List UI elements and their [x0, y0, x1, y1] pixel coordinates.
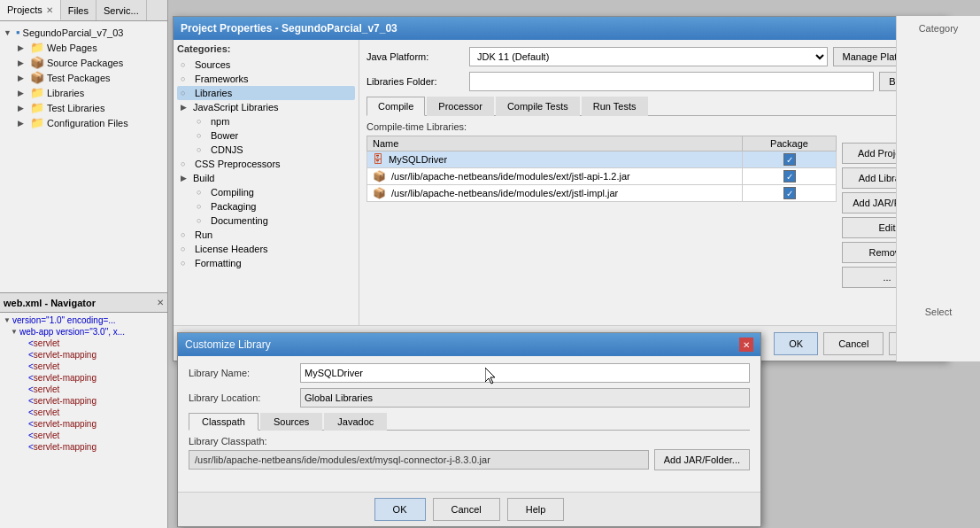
cat-npm[interactable]: ○ npm — [177, 114, 355, 128]
classpath-section-label: Library Classpath: — [189, 436, 750, 446]
lib-name: MySQLDriver — [389, 154, 447, 165]
table-row[interactable]: 🗄 MySQLDriver ✓ — [367, 151, 837, 168]
nav-arrow: ▼ — [4, 316, 12, 324]
nav-servlet-1[interactable]: <servlet — [2, 338, 166, 349]
cat-css-label: CSS Preprocessors — [195, 159, 281, 169]
cust-ok-button[interactable]: OK — [374, 498, 426, 521]
cust-cancel-button[interactable]: Cancel — [433, 498, 500, 521]
java-platform-row: Java Platform: JDK 11 (Default) Manage P… — [367, 47, 939, 66]
tree-test-libs[interactable]: ▶ 📁 Test Libraries — [0, 100, 167, 115]
cat-documenting[interactable]: ○ Documenting — [177, 214, 355, 228]
libs-folder-icon: 📁 — [30, 86, 44, 99]
table-row[interactable]: 📦 /usr/lib/apache-netbeans/ide/modules/e… — [367, 185, 837, 202]
tab-compile[interactable]: Compile — [367, 97, 425, 116]
pkg-icon: 📦 — [30, 56, 44, 69]
cust-tab-classpath[interactable]: Classpath — [189, 413, 259, 431]
checkbox-1[interactable]: ✓ — [783, 153, 796, 166]
nav-servlet-3[interactable]: <servlet — [2, 384, 166, 395]
navigator-panel: web.xml - Navigator ✕ ▼ version="1.0" en… — [0, 292, 168, 528]
cat-run[interactable]: ○ Run — [177, 228, 355, 242]
cat-css-prep[interactable]: ○ CSS Preprocessors — [177, 157, 355, 171]
cust-add-jar-button[interactable]: Add JAR/Folder... — [654, 449, 750, 470]
tree-arrow-test: ▶ — [18, 74, 30, 82]
cat-license[interactable]: ○ License Headers — [177, 242, 355, 256]
tree-arrow-root: ▼ — [4, 28, 16, 37]
cat-compiling[interactable]: ○ Compiling — [177, 185, 355, 199]
cat-js-libs[interactable]: ▶ JavaScript Libraries — [177, 100, 355, 114]
cat-bower-label: Bower — [211, 130, 238, 141]
lib-name-cell: 🗄 MySQLDriver — [367, 151, 743, 168]
cust-help-button[interactable]: Help — [507, 498, 565, 521]
project-name-label: SegundoParcial_v7_03 — [23, 27, 124, 38]
cancel-button[interactable]: Cancel — [823, 332, 884, 355]
tree-arrow-testlibs: ▶ — [18, 104, 30, 113]
cat-formatting[interactable]: ○ Formatting — [177, 256, 355, 270]
navigator-close[interactable]: ✕ — [157, 298, 164, 307]
customize-library-dialog: Customize Library ✕ Library Name: Librar… — [177, 332, 761, 527]
nav-servlet-5[interactable]: <servlet — [2, 430, 166, 441]
categories-label: Categories: — [177, 43, 355, 54]
lib-path-cell-3: 📦 /usr/lib/apache-netbeans/ide/modules/e… — [367, 185, 743, 202]
nav-xml-decl[interactable]: ▼ version="1.0" encoding=... — [2, 314, 166, 326]
tree-project-root[interactable]: ▼ ▪ SegundoParcial_v7_03 — [0, 25, 167, 40]
cat-bower[interactable]: ○ Bower — [177, 128, 355, 143]
tree-source-packages[interactable]: ▶ 📦 Source Packages — [0, 55, 167, 70]
nav-web-app[interactable]: ▼ web-app version="3.0", x... — [2, 326, 166, 338]
tab-services[interactable]: Servic... — [96, 0, 147, 20]
tab-projects[interactable]: Projects ✕ — [0, 0, 61, 20]
ok-button[interactable]: OK — [774, 332, 818, 355]
dialog-title: Project Properties - SegundoParcial_v7_0… — [181, 22, 397, 35]
tree-web-pages[interactable]: ▶ 📁 Web Pages — [0, 40, 167, 55]
lib-path-2: /usr/lib/apache-netbeans/ide/modules/ext… — [391, 171, 630, 182]
cust-tab-sources[interactable]: Sources — [260, 413, 322, 431]
tree-config-files[interactable]: ▶ 📁 Configuration Files — [0, 115, 167, 130]
main-tab-bar: Projects ✕ Files Servic... — [0, 0, 167, 21]
cat-license-label: License Headers — [195, 244, 268, 254]
customize-close-button[interactable]: ✕ — [739, 338, 753, 352]
tab-projects-label: Projects — [7, 4, 42, 15]
table-row[interactable]: 📦 /usr/lib/apache-netbeans/ide/modules/e… — [367, 168, 837, 185]
tab-compile-tests[interactable]: Compile Tests — [496, 97, 580, 116]
libraries-table: Name Package 🗄 MySQLDriver — [367, 136, 837, 202]
cat-frameworks[interactable]: ○ Frameworks — [177, 72, 355, 86]
tab-files-label: Files — [68, 5, 89, 16]
cat-bullet-pkg: ○ — [197, 202, 211, 211]
cat-packaging[interactable]: ○ Packaging — [177, 199, 355, 214]
project-icon: ▪ — [16, 26, 20, 39]
nav-servlet-4[interactable]: <servlet — [2, 407, 166, 418]
cat-sources[interactable]: ○ Sources — [177, 58, 355, 72]
libraries-folder-row: Libraries Folder: Browse... — [367, 72, 939, 91]
nav-servletmap-2[interactable]: <servlet-mapping — [2, 372, 166, 384]
cat-libraries[interactable]: ○ Libraries — [177, 86, 355, 100]
nav-servlet-2[interactable]: <servlet — [2, 361, 166, 372]
lib-name-input[interactable] — [300, 363, 750, 383]
libraries-folder-input[interactable] — [469, 72, 874, 91]
tab-run-tests[interactable]: Run Tests — [582, 97, 648, 116]
nav-servletmap-5[interactable]: <servlet-mapping — [2, 441, 166, 453]
checkbox-2[interactable]: ✓ — [783, 170, 796, 182]
tree-web-pages-label: Web Pages — [47, 43, 97, 53]
tab-files[interactable]: Files — [61, 0, 96, 20]
java-platform-label: Java Platform: — [367, 51, 464, 62]
tree-test-packages[interactable]: ▶ 📦 Test Packages — [0, 70, 167, 85]
nav-s4: servlet — [34, 408, 59, 417]
cat-sources-label: Sources — [195, 59, 230, 70]
nav-servletmap-1[interactable]: <servlet-mapping — [2, 349, 166, 361]
tab-processor-label: Processor — [438, 101, 482, 112]
folder-icon: 📁 — [30, 41, 44, 54]
cust-tab-javadoc[interactable]: Javadoc — [324, 413, 387, 431]
tab-compile-tests-label: Compile Tests — [507, 101, 568, 112]
tab-processor[interactable]: Processor — [427, 97, 494, 116]
nav-s2: servlet — [34, 361, 59, 371]
tab-projects-close[interactable]: ✕ — [46, 5, 53, 15]
customize-footer: OK Cancel Help — [178, 492, 760, 526]
cat-build[interactable]: ▶ Build — [177, 171, 355, 185]
nav-servletmap-4[interactable]: <servlet-mapping — [2, 418, 166, 430]
cat-cdnjs[interactable]: ○ CDNJS — [177, 143, 355, 157]
tree-libraries[interactable]: ▶ 📁 Libraries — [0, 85, 167, 100]
tree-cfg-label: Configuration Files — [47, 118, 128, 128]
checkbox-3[interactable]: ✓ — [783, 187, 796, 199]
nav-servletmap-3[interactable]: <servlet-mapping — [2, 395, 166, 407]
java-platform-select[interactable]: JDK 11 (Default) — [469, 47, 828, 66]
cat-bullet-lic: ○ — [181, 245, 195, 253]
